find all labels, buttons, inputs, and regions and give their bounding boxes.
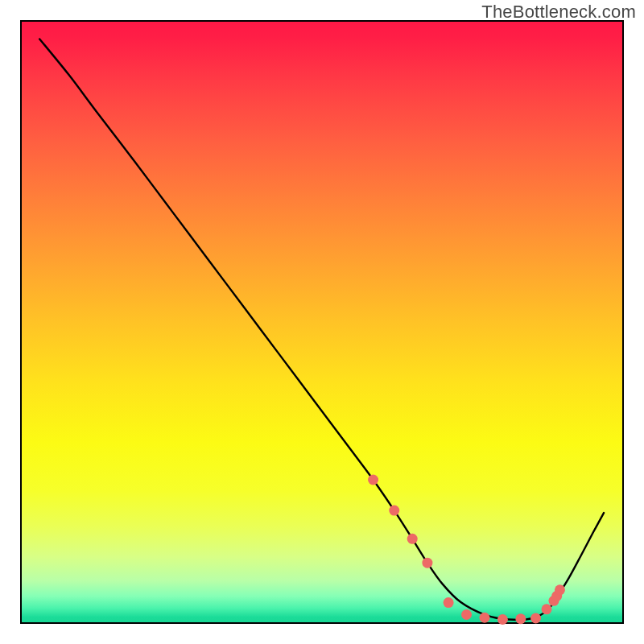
marker-dot [444, 597, 454, 608]
marker-dot [479, 613, 489, 623]
marker-dot [530, 613, 541, 624]
chart-container: TheBottleneck.com [0, 0, 644, 644]
marker-dot [515, 613, 526, 624]
marker-dot [389, 506, 399, 516]
marker-dot [461, 609, 472, 620]
marker-dot [555, 584, 565, 595]
plot-background [21, 21, 623, 623]
marker-dot [422, 558, 432, 568]
marker-dot [407, 534, 418, 544]
watermark-label: TheBottleneck.com [481, 2, 636, 23]
bottleneck-chart [0, 0, 644, 644]
marker-dot [542, 604, 552, 614]
marker-dot [497, 614, 508, 625]
marker-dot [368, 474, 378, 485]
